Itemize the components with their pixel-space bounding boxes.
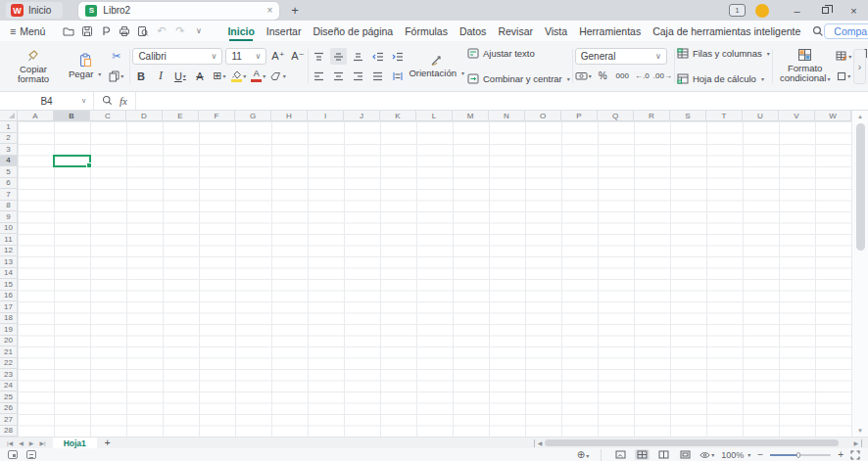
increase-font-icon[interactable]: A⁺ bbox=[269, 48, 286, 65]
row-header-6[interactable]: 6 bbox=[0, 178, 18, 190]
customize-qat-icon[interactable]: ∨ bbox=[189, 23, 208, 39]
row-header-2[interactable]: 2 bbox=[0, 133, 18, 145]
sheet-stats-icon[interactable] bbox=[26, 450, 36, 459]
vertical-scrollbar[interactable]: ▴ ▾ bbox=[851, 111, 868, 437]
column-header-M[interactable]: M bbox=[453, 111, 489, 121]
magnifier-icon[interactable] bbox=[102, 92, 113, 110]
row-header-11[interactable]: 11 bbox=[0, 234, 18, 246]
row-header-21[interactable]: 21 bbox=[0, 346, 18, 358]
save-icon[interactable] bbox=[77, 23, 96, 39]
row-header-23[interactable]: 23 bbox=[0, 369, 18, 381]
column-header-S[interactable]: S bbox=[670, 111, 706, 121]
row-header-16[interactable]: 16 bbox=[0, 291, 18, 302]
search-icon[interactable] bbox=[812, 23, 824, 39]
last-sheet-icon[interactable]: ▶| bbox=[36, 439, 48, 446]
column-header-R[interactable]: R bbox=[634, 111, 670, 121]
strikethrough-button[interactable]: A bbox=[191, 68, 208, 84]
currency-format-icon[interactable]: ▾ bbox=[575, 68, 592, 84]
cell-style-icon[interactable]: ▾ bbox=[836, 68, 852, 84]
cut-icon[interactable]: ✂ bbox=[108, 48, 124, 65]
column-header-K[interactable]: K bbox=[380, 111, 416, 121]
page-break-view-icon[interactable] bbox=[678, 449, 693, 460]
column-header-P[interactable]: P bbox=[561, 111, 598, 121]
name-box[interactable]: B4 ∨ bbox=[0, 92, 94, 110]
select-all-corner[interactable] bbox=[0, 111, 18, 121]
merge-center-button[interactable]: Combinar y centrar▾ bbox=[467, 73, 570, 84]
row-header-5[interactable]: 5 bbox=[0, 166, 18, 178]
menu-tab-insertar[interactable]: Insertar bbox=[261, 23, 308, 40]
fullscreen-icon[interactable] bbox=[850, 450, 860, 460]
avatar[interactable] bbox=[755, 4, 769, 18]
column-header-A[interactable]: A bbox=[18, 111, 54, 121]
row-header-20[interactable]: 20 bbox=[0, 336, 18, 347]
rows-columns-button[interactable]: Filas y columnas▾ bbox=[677, 48, 770, 59]
add-sheet-button[interactable]: + bbox=[97, 438, 119, 448]
column-header-Q[interactable]: Q bbox=[598, 111, 634, 121]
column-header-N[interactable]: N bbox=[489, 111, 525, 121]
font-color-button[interactable]: A▾ bbox=[250, 68, 266, 84]
row-header-27[interactable]: 27 bbox=[0, 414, 18, 426]
column-header-E[interactable]: E bbox=[163, 111, 199, 121]
column-header-H[interactable]: H bbox=[271, 111, 308, 121]
row-header-8[interactable]: 8 bbox=[0, 201, 18, 212]
horizontal-scroll-track[interactable] bbox=[545, 439, 850, 447]
italic-button[interactable]: I bbox=[152, 68, 169, 84]
redo-icon[interactable]: ↷ bbox=[170, 23, 189, 39]
split-view-icon[interactable] bbox=[656, 449, 671, 460]
column-header-C[interactable]: C bbox=[90, 111, 126, 121]
close-tab-icon[interactable]: × bbox=[267, 6, 273, 16]
vertical-scroll-thumb[interactable] bbox=[856, 123, 865, 251]
fill-color-button[interactable]: ▾ bbox=[230, 68, 247, 84]
underline-button[interactable]: U▾ bbox=[171, 68, 188, 84]
column-header-L[interactable]: L bbox=[416, 111, 453, 121]
first-sheet-icon[interactable]: |◀ bbox=[4, 439, 16, 446]
align-bottom-icon[interactable] bbox=[350, 48, 366, 65]
column-header-W[interactable]: W bbox=[815, 111, 851, 121]
row-header-15[interactable]: 15 bbox=[0, 279, 18, 291]
menu-tab-vista[interactable]: Vista bbox=[539, 23, 573, 40]
font-family-select[interactable]: Calibri∨ bbox=[132, 48, 222, 65]
horizontal-scrollbar[interactable]: ◀ ▶ bbox=[534, 439, 868, 447]
column-header-I[interactable]: I bbox=[308, 111, 344, 121]
row-header-17[interactable]: 17 bbox=[0, 301, 18, 313]
orientation-button[interactable]: Orientación▾ bbox=[406, 44, 467, 88]
open-file-icon[interactable] bbox=[59, 23, 77, 39]
number-format-select[interactable]: General∨ bbox=[575, 48, 667, 65]
row-header-3[interactable]: 3 bbox=[0, 144, 18, 156]
column-header-O[interactable]: O bbox=[525, 111, 561, 121]
home-tab[interactable]: W Inicio bbox=[6, 2, 63, 19]
scroll-up-icon[interactable]: ▴ bbox=[858, 111, 862, 122]
borders-button[interactable]: ⊞▾ bbox=[211, 68, 227, 84]
document-tab[interactable]: S Libro2 × bbox=[78, 2, 279, 20]
column-header-T[interactable]: T bbox=[706, 111, 743, 121]
row-header-19[interactable]: 19 bbox=[0, 324, 18, 336]
wrap-text-button[interactable]: Ajustar texto bbox=[467, 48, 570, 59]
locate-icon[interactable]: ⊕▾ bbox=[577, 449, 589, 460]
decrease-indent-icon[interactable] bbox=[369, 48, 386, 65]
macro-record-icon[interactable] bbox=[8, 450, 18, 459]
comma-format-icon[interactable]: 000 bbox=[614, 68, 631, 84]
share-button[interactable]: Compartir ∨ bbox=[824, 23, 868, 39]
format-painter-button[interactable]: Copiar formato bbox=[5, 44, 62, 88]
column-header-B[interactable]: B bbox=[54, 111, 90, 121]
new-tab-button[interactable]: + bbox=[291, 3, 299, 18]
formula-input[interactable] bbox=[136, 92, 868, 110]
reading-mode-icon[interactable]: ▾ bbox=[699, 449, 714, 460]
workspace-icon[interactable]: 1 bbox=[729, 4, 746, 17]
menu-tab-fórmulas[interactable]: Fórmulas bbox=[399, 23, 454, 40]
increase-indent-icon[interactable] bbox=[389, 48, 406, 65]
justify-icon[interactable] bbox=[369, 68, 386, 84]
restore-button[interactable] bbox=[811, 0, 840, 21]
align-top-icon[interactable] bbox=[311, 48, 327, 65]
worksheet-button[interactable]: Hoja de cálculo▾ bbox=[677, 73, 770, 84]
zoom-in-icon[interactable]: + bbox=[838, 449, 844, 460]
cells-canvas[interactable] bbox=[18, 121, 851, 437]
horizontal-scroll-thumb[interactable] bbox=[545, 439, 839, 446]
zoom-out-icon[interactable]: − bbox=[757, 449, 763, 460]
column-header-U[interactable]: U bbox=[743, 111, 779, 121]
row-header-12[interactable]: 12 bbox=[0, 246, 18, 257]
bold-button[interactable]: B bbox=[132, 68, 149, 84]
sheet-tab-hoja1[interactable]: Hoja1 bbox=[53, 438, 97, 449]
font-size-select[interactable]: 11∨ bbox=[225, 48, 266, 65]
scrollbar-split-handle[interactable] bbox=[534, 439, 535, 447]
